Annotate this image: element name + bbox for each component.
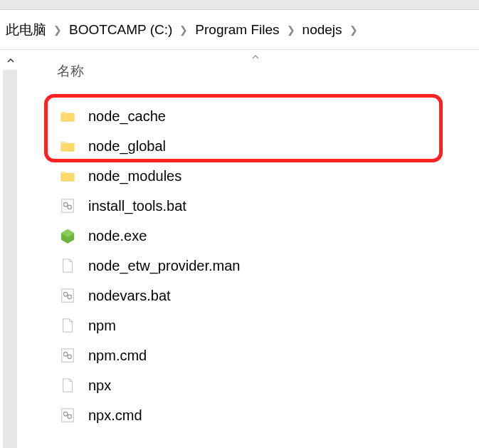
breadcrumb-item-nodejs[interactable]: nodejs xyxy=(302,22,342,38)
column-header-row: 名称 xyxy=(23,56,479,87)
file-name-label: node_global xyxy=(88,138,166,155)
file-name-label: node.exe xyxy=(88,228,147,244)
file-row[interactable]: nodevars.bat xyxy=(23,281,479,311)
file-name-label: npx.cmd xyxy=(88,407,142,424)
window-toolbar-strip xyxy=(0,0,479,10)
file-name-label: node_modules xyxy=(88,168,181,184)
folder-icon xyxy=(60,108,75,124)
file-name-label: npm xyxy=(88,318,116,334)
file-name-label: node_cache xyxy=(88,108,166,125)
file-row[interactable]: install_tools.bat xyxy=(23,191,479,221)
main-area: 名称 node_cachenode_globalnode_modulesinst… xyxy=(0,50,479,448)
scroll-up-icon[interactable] xyxy=(4,54,17,67)
file-name-label: npm.cmd xyxy=(88,348,147,364)
file-row[interactable]: node_etw_provider.man xyxy=(23,251,479,281)
breadcrumb: 此电脑 ❯ BOOTCAMP (C:) ❯ Program Files ❯ no… xyxy=(0,10,479,50)
folder-icon xyxy=(60,138,75,154)
file-row[interactable]: npx xyxy=(23,370,479,400)
chevron-right-icon[interactable]: ❯ xyxy=(175,24,192,36)
file-name-label: nodevars.bat xyxy=(88,288,171,304)
file-icon xyxy=(60,258,75,274)
scroll-track[interactable] xyxy=(3,70,17,448)
file-row[interactable]: npm.cmd xyxy=(23,340,479,370)
file-row[interactable]: node_global xyxy=(23,131,479,161)
file-name-label: node_etw_provider.man xyxy=(88,258,240,274)
sort-caret-icon xyxy=(251,53,260,63)
file-row[interactable]: node.exe xyxy=(23,221,479,251)
chevron-right-icon[interactable]: ❯ xyxy=(283,24,300,36)
file-row[interactable]: npm xyxy=(23,311,479,340)
chevron-right-icon[interactable]: ❯ xyxy=(49,24,66,36)
chevron-right-icon[interactable]: ❯ xyxy=(345,24,362,36)
folder-icon xyxy=(60,168,75,184)
file-list: node_cachenode_globalnode_modulesinstall… xyxy=(23,101,479,430)
exe-icon xyxy=(60,228,75,244)
bat-file-icon xyxy=(60,407,75,423)
file-list-panel: 名称 node_cachenode_globalnode_modulesinst… xyxy=(23,50,479,448)
file-name-label: npx xyxy=(88,377,111,394)
file-row[interactable]: node_cache xyxy=(23,101,479,131)
file-row[interactable]: npx.cmd xyxy=(23,400,479,430)
file-icon xyxy=(60,377,75,393)
breadcrumb-item-drive[interactable]: BOOTCAMP (C:) xyxy=(69,22,172,38)
file-row[interactable]: node_modules xyxy=(23,161,479,191)
bat-file-icon xyxy=(60,348,75,363)
tree-scrollbar xyxy=(0,50,23,448)
breadcrumb-item-programfiles[interactable]: Program Files xyxy=(195,22,279,38)
bat-file-icon xyxy=(60,198,75,214)
file-name-label: install_tools.bat xyxy=(88,198,186,214)
breadcrumb-item-thispc[interactable]: 此电脑 xyxy=(6,21,46,39)
bat-file-icon xyxy=(60,288,75,303)
file-icon xyxy=(60,318,75,333)
column-header-name[interactable]: 名称 xyxy=(53,62,84,80)
